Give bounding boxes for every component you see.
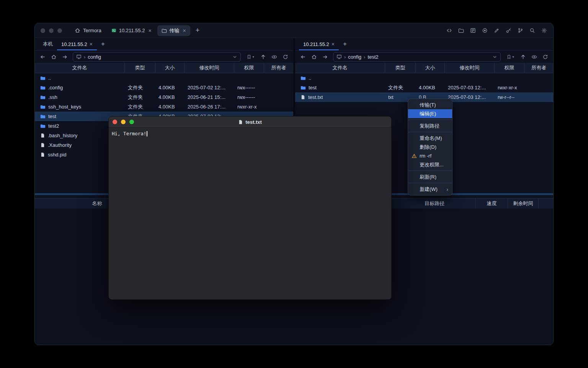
window-controls xyxy=(41,28,62,33)
column-header-target-path[interactable]: 目标路径 xyxy=(394,199,476,209)
branch-icon[interactable] xyxy=(516,26,525,35)
close-tab-icon[interactable]: × xyxy=(183,28,186,33)
chevron-down-icon[interactable] xyxy=(232,54,237,59)
back-button[interactable] xyxy=(298,52,308,61)
menu-item-change-permissions[interactable]: 更改权限... xyxy=(408,160,452,169)
column-header-perm[interactable]: 权限 xyxy=(495,63,524,73)
column-header-filename[interactable]: 文件名 xyxy=(35,63,125,73)
column-header-type[interactable]: 类型 xyxy=(125,63,155,73)
file-mtime: 2025-06-21 15:... xyxy=(185,94,234,100)
file-size: 4.00KB xyxy=(155,104,185,110)
folder-icon xyxy=(301,76,306,81)
bookmark-button[interactable]: ▾ xyxy=(244,52,257,61)
path-bar[interactable]: › config xyxy=(73,52,241,62)
search-icon[interactable] xyxy=(528,26,537,35)
column-header-mtime[interactable]: 修改时间 xyxy=(445,63,495,73)
close-window-button[interactable] xyxy=(41,28,45,33)
new-panel-tab-button[interactable]: + xyxy=(97,38,109,50)
back-button[interactable] xyxy=(38,52,47,61)
column-header-speed[interactable]: 速度 xyxy=(476,199,508,209)
computer-icon xyxy=(336,54,342,59)
maximize-button[interactable] xyxy=(129,120,134,124)
file-row-ssh-host-keys[interactable]: ssh_host_keys 文件夹4.00KB2025-06-26 17:...… xyxy=(35,102,293,112)
close-tab-icon[interactable]: × xyxy=(148,28,151,33)
code-icon[interactable] xyxy=(444,26,454,35)
tab-termora[interactable]: Termora xyxy=(70,25,106,36)
menu-item-copy-path[interactable]: 复制路径 xyxy=(408,122,452,130)
upload-button[interactable] xyxy=(258,52,268,61)
path-segment[interactable]: test2 xyxy=(368,54,378,60)
menu-item-rm-rf[interactable]: rm -rf xyxy=(408,151,452,160)
file-name: .. xyxy=(309,75,311,81)
pencil-icon[interactable] xyxy=(492,26,501,35)
editor-titlebar[interactable]: test.txt xyxy=(109,117,391,128)
column-header-type[interactable]: 类型 xyxy=(385,63,416,73)
show-hidden-files-button[interactable] xyxy=(529,52,539,61)
new-tab-button[interactable]: + xyxy=(192,26,204,34)
path-segment[interactable]: config xyxy=(348,54,361,60)
menu-item-delete[interactable]: 删除(D) xyxy=(408,143,452,151)
panel-tab-local[interactable]: 本机 xyxy=(39,38,57,50)
forward-button[interactable] xyxy=(60,52,70,61)
close-button[interactable] xyxy=(113,120,117,124)
path-bar[interactable]: › config › test2 xyxy=(333,52,501,62)
file-name-cell: ssh_host_keys xyxy=(35,104,125,110)
folder-icon[interactable] xyxy=(456,26,466,35)
refresh-button[interactable] xyxy=(281,52,290,61)
file-perm: rwxr-xr-x xyxy=(234,104,264,110)
file-row-test[interactable]: test 文件夹4.00KB2025-07-03 12:...rwxr-xr-x xyxy=(295,83,553,92)
column-header-remaining-time[interactable]: 剩余时间 xyxy=(508,199,539,209)
menu-item-new[interactable]: 新建(W)› xyxy=(408,185,452,194)
home-button[interactable] xyxy=(49,52,59,61)
caret-down-icon: ▾ xyxy=(512,55,514,59)
file-name: ssh_host_keys xyxy=(48,104,81,110)
file-row-config[interactable]: .config 文件夹4.00KB2025-07-02 12:...rwx---… xyxy=(35,83,293,92)
column-header-perm[interactable]: 权限 xyxy=(234,63,264,73)
bookmark-button[interactable]: ▾ xyxy=(504,52,517,61)
folder-icon xyxy=(40,123,46,129)
column-header-mtime[interactable]: 修改时间 xyxy=(185,63,234,73)
file-mtime: 2025-06-26 17:... xyxy=(185,104,234,110)
close-tab-icon[interactable]: × xyxy=(90,41,93,47)
menu-item-label: 重命名(M) xyxy=(420,135,442,142)
show-hidden-files-button[interactable] xyxy=(270,52,279,61)
file-type: 文件夹 xyxy=(125,84,155,91)
file-name: test2 xyxy=(48,123,59,129)
refresh-button[interactable] xyxy=(541,52,550,61)
file-row-up[interactable]: .. xyxy=(295,73,553,83)
zoom-window-button[interactable] xyxy=(57,28,62,33)
tab-transfer[interactable]: 传输 × xyxy=(157,25,190,36)
record-icon[interactable] xyxy=(480,26,489,35)
panel-tab-remote[interactable]: 10.211.55.2 × xyxy=(57,38,97,50)
file-icon xyxy=(40,133,45,138)
menu-item-edit[interactable]: 编辑(E) xyxy=(408,109,452,118)
menu-item-rename[interactable]: 重命名(M) xyxy=(408,134,452,143)
new-panel-tab-button[interactable]: + xyxy=(339,38,351,50)
chevron-down-icon[interactable] xyxy=(492,54,497,59)
menu-item-refresh[interactable]: 刷新(R) xyxy=(408,172,452,181)
file-name-cell: test.txt xyxy=(295,94,385,100)
key-icon[interactable] xyxy=(504,26,513,35)
home-button[interactable] xyxy=(309,52,319,61)
file-row-up[interactable]: .. xyxy=(35,73,293,83)
upload-button[interactable] xyxy=(518,52,528,61)
forward-button[interactable] xyxy=(320,52,330,61)
column-header-owner[interactable]: 所有者 xyxy=(264,63,293,73)
settings-icon[interactable] xyxy=(539,26,549,35)
column-header-owner[interactable]: 所有者 xyxy=(524,63,553,73)
file-list: .. test 文件夹4.00KB2025-07-03 12:...rwxr-x… xyxy=(295,73,553,102)
menu-item-transfer[interactable]: 传输(T) xyxy=(408,100,452,109)
minimize-button[interactable] xyxy=(121,120,126,124)
path-segment[interactable]: config xyxy=(88,54,101,60)
column-header-size[interactable]: 大小 xyxy=(155,63,185,73)
panel-tab-remote[interactable]: 10.211.55.2 × xyxy=(299,38,339,50)
tab-ssh-host[interactable]: 10.211.55.2 × xyxy=(107,25,156,36)
column-header-filename[interactable]: 文件名 xyxy=(295,63,385,73)
chevron-right-icon: › xyxy=(446,186,448,192)
minimize-window-button[interactable] xyxy=(49,28,54,33)
close-tab-icon[interactable]: × xyxy=(332,41,335,47)
file-row-ssh[interactable]: .ssh 文件夹4.00KB2025-06-21 15:...rwx------ xyxy=(35,92,293,102)
column-header-size[interactable]: 大小 xyxy=(416,63,445,73)
editor-content[interactable]: Hi, Termora! xyxy=(109,128,391,140)
feed-icon[interactable] xyxy=(468,26,477,35)
